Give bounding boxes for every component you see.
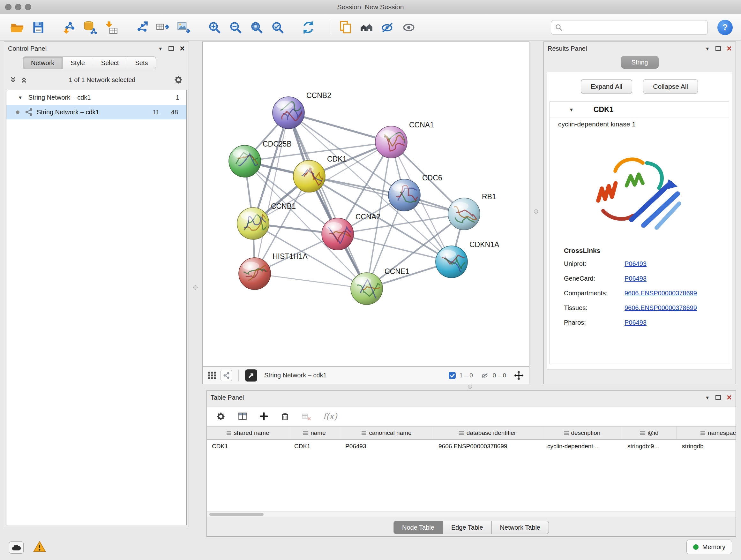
search-input[interactable] <box>565 23 704 31</box>
crosslinks-title: CrossLinks <box>564 247 729 254</box>
network-collection-row[interactable]: ▼ String Network – cdk1 1 <box>6 90 186 105</box>
tab-style[interactable]: Style <box>63 57 93 69</box>
expand-all-icon[interactable] <box>20 76 28 84</box>
network-node-ccnb1[interactable]: CCNB1 <box>237 202 296 240</box>
save-icon <box>31 20 46 35</box>
memory-button[interactable]: Memory <box>686 540 732 554</box>
column-sort-icon <box>640 431 645 435</box>
right-splitter-handle[interactable] <box>534 209 538 213</box>
tree-expand-icon[interactable]: ▼ <box>18 95 23 100</box>
tab-string[interactable]: String <box>621 56 659 69</box>
network-node-hist1h1a[interactable]: HIST1H1A <box>239 252 308 290</box>
column-header--id[interactable]: @id <box>622 427 677 439</box>
node-label-cdk1: CDK1 <box>327 155 347 163</box>
tab-edge-table[interactable]: Edge Table <box>443 521 492 534</box>
table-settings-gear-icon[interactable] <box>216 411 226 422</box>
export-image-button[interactable] <box>175 18 193 37</box>
float-panel-button[interactable] <box>716 46 721 51</box>
edge-ccne1-hist1h1a[interactable] <box>255 273 367 289</box>
crosslink-link[interactable]: P06493 <box>624 319 647 326</box>
edge-ccnb2-hist1h1a[interactable] <box>255 113 288 273</box>
collapse-all-icon[interactable] <box>9 76 17 84</box>
column-header-canonical-name[interactable]: canonical name <box>340 427 433 439</box>
cloud-status-button[interactable] <box>9 542 23 554</box>
tab-network-table[interactable]: Network Table <box>492 521 549 534</box>
show-columns-icon[interactable] <box>238 411 248 422</box>
zoom-selected-button[interactable] <box>269 18 286 37</box>
zoom-in-button[interactable] <box>205 18 223 37</box>
crosslink-link[interactable]: 9606.ENSP00000378699 <box>624 290 697 297</box>
tab-network[interactable]: Network <box>23 57 63 69</box>
collapse-all-button[interactable]: Collapse All <box>643 79 698 94</box>
hide-unselected-button[interactable] <box>379 18 397 37</box>
node-count: 11 <box>153 109 159 116</box>
add-column-icon[interactable] <box>259 412 269 421</box>
warnings-button[interactable] <box>33 541 46 554</box>
string-results-box: Expand All Collapse All ▼ CDK1 cyclin-de… <box>547 72 732 369</box>
float-panel-button[interactable] <box>716 395 721 400</box>
protein-section-header[interactable]: ▼ CDK1 <box>550 102 729 118</box>
selected-checkbox-icon[interactable] <box>448 372 456 379</box>
crosslink-link[interactable]: P06493 <box>624 260 647 267</box>
delete-trash-icon[interactable] <box>280 412 290 421</box>
show-all-button[interactable] <box>400 18 418 37</box>
import-table-button[interactable] <box>102 18 120 37</box>
horizontal-splitter-handle[interactable] <box>468 385 472 389</box>
save-session-button[interactable] <box>29 18 47 37</box>
crosslink-link[interactable]: 9606.ENSP00000378699 <box>624 304 697 312</box>
close-panel-button[interactable]: × <box>727 44 732 53</box>
tab-sets[interactable]: Sets <box>127 57 156 69</box>
network-row-selected[interactable]: String Network – cdk1 11 48 <box>6 105 186 119</box>
network-node-ccna1[interactable]: CCNA1 <box>375 121 434 158</box>
export-table-button[interactable] <box>154 18 172 37</box>
pan-crosshair-icon[interactable] <box>514 370 524 381</box>
column-header-namespac[interactable]: namespac <box>677 427 736 439</box>
column-header-description[interactable]: description <box>542 427 622 439</box>
help-button[interactable]: ? <box>718 20 733 35</box>
network-canvas[interactable]: CCNB2CCNA1CDC25BCDK1CDC6RB1CCNB1CCNA2CDK… <box>202 42 529 367</box>
scrollbar-thumb[interactable] <box>209 513 264 516</box>
left-splitter-handle[interactable] <box>193 286 198 290</box>
network-graph[interactable]: CCNB2CCNA1CDC25BCDK1CDC6RB1CCNB1CCNA2CDK… <box>203 42 529 366</box>
network-thumbnail-button[interactable] <box>220 370 232 381</box>
expand-all-button[interactable]: Expand All <box>581 79 632 94</box>
search-box[interactable] <box>551 20 708 35</box>
grid-view-icon[interactable] <box>208 371 216 380</box>
table-row[interactable]: CDK1CDK1P064939606.ENSP00000378699cyclin… <box>207 440 736 453</box>
float-panel-button[interactable] <box>169 46 174 51</box>
column-header-shared-name[interactable]: shared name <box>207 427 289 439</box>
import-network-file-button[interactable] <box>60 18 78 37</box>
hidden-eye-icon[interactable] <box>481 372 489 379</box>
gear-icon[interactable] <box>173 75 184 85</box>
tab-node-table[interactable]: Node Table <box>394 521 443 534</box>
network-node-cdc25b[interactable]: CDC25B <box>229 140 292 177</box>
refresh-button[interactable] <box>299 18 317 37</box>
column-header-name[interactable]: name <box>289 427 340 439</box>
zoom-out-button[interactable] <box>226 18 245 37</box>
crosslink-link[interactable]: P06493 <box>624 275 647 282</box>
tab-select[interactable]: Select <box>93 57 127 69</box>
open-session-button[interactable] <box>8 18 26 37</box>
close-panel-button[interactable]: × <box>727 393 732 402</box>
export-network-button[interactable] <box>133 18 151 37</box>
edge-ccnb2-ccne1[interactable] <box>288 113 367 289</box>
function-builder-button[interactable]: f(x) <box>323 412 337 421</box>
home-button[interactable] <box>358 18 376 37</box>
horizontal-scrollbar[interactable] <box>207 511 736 517</box>
collapse-panel-icon[interactable]: ▼ <box>705 395 710 400</box>
zoom-in-icon <box>207 20 222 35</box>
zoom-fit-button[interactable] <box>248 18 266 37</box>
network-node-cdkn1a[interactable]: CDKN1A <box>435 240 499 278</box>
column-header-database-identifier[interactable]: database identifier <box>433 427 542 439</box>
open-in-window-button[interactable] <box>245 369 257 381</box>
network-node-cdc6[interactable]: CDC6 <box>388 174 442 211</box>
network-node-rb1[interactable]: RB1 <box>448 192 496 230</box>
network-statusbar: String Network – cdk1 1 – 0 0 – 0 <box>202 367 529 384</box>
collapse-panel-icon[interactable]: ▼ <box>705 46 710 51</box>
collapse-panel-icon[interactable]: ▼ <box>158 46 163 51</box>
import-network-database-button[interactable] <box>81 18 99 37</box>
edge-count: 48 <box>171 109 186 116</box>
close-panel-button[interactable]: × <box>180 44 185 53</box>
copy-button[interactable] <box>337 18 354 37</box>
section-collapse-icon[interactable]: ▼ <box>569 107 574 112</box>
